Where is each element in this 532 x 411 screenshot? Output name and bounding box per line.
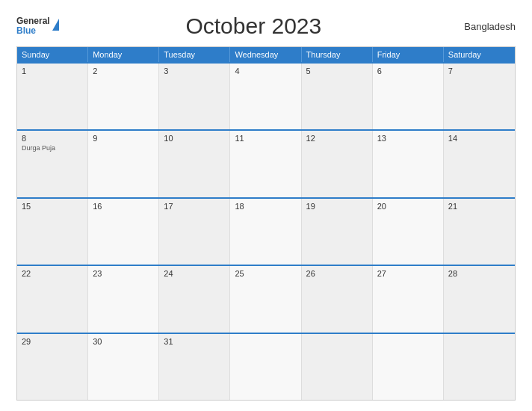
day-cell: 18 <box>230 199 301 265</box>
logo: General Blue <box>16 16 59 36</box>
day-cell: 13 <box>373 131 444 197</box>
day-cell: 16 <box>88 199 159 265</box>
header-wednesday: Wednesday <box>230 47 301 62</box>
day-cell: 21 <box>444 199 515 265</box>
day-cell: 28 <box>444 266 515 332</box>
header-friday: Friday <box>373 47 444 62</box>
calendar-grid: Sunday Monday Tuesday Wednesday Thursday… <box>16 46 516 401</box>
day-cell: 24 <box>159 266 230 332</box>
header-tuesday: Tuesday <box>159 47 230 62</box>
day-cell: 20 <box>373 199 444 265</box>
day-cell: 6 <box>373 64 444 129</box>
day-cell: 27 <box>373 266 444 332</box>
day-cell: 2 <box>88 64 159 129</box>
day-cell: 14 <box>444 131 515 197</box>
day-cell-empty <box>444 334 515 400</box>
day-cell: 26 <box>302 266 373 332</box>
week-row-2: 8 Durga Puja 9 10 11 12 13 14 <box>17 129 515 197</box>
day-cell: 12 <box>302 131 373 197</box>
header-saturday: Saturday <box>444 47 515 62</box>
calendar-page: General Blue October 2023 Bangladesh Sun… <box>0 0 532 411</box>
day-cell: 10 <box>159 131 230 197</box>
day-cell: 8 Durga Puja <box>17 131 88 197</box>
week-row-3: 15 16 17 18 19 20 21 <box>17 197 515 265</box>
day-cell: 23 <box>88 266 159 332</box>
logo-blue: Blue <box>16 26 50 36</box>
day-cell: 11 <box>230 131 301 197</box>
day-cell-empty <box>302 334 373 400</box>
day-cell: 9 <box>88 131 159 197</box>
day-cell: 1 <box>17 64 88 129</box>
day-headers-row: Sunday Monday Tuesday Wednesday Thursday… <box>17 47 515 62</box>
country-label: Bangladesh <box>448 21 516 32</box>
day-cell: 25 <box>230 266 301 332</box>
day-cell: 17 <box>159 199 230 265</box>
day-cell-empty <box>230 334 301 400</box>
week-row-1: 1 2 3 4 5 6 7 <box>17 62 515 129</box>
day-cell: 3 <box>159 64 230 129</box>
calendar-header: General Blue October 2023 Bangladesh <box>16 13 516 39</box>
logo-triangle-icon <box>52 19 59 31</box>
header-thursday: Thursday <box>302 47 373 62</box>
day-cell: 15 <box>17 199 88 265</box>
day-cell: 4 <box>230 64 301 129</box>
day-cell: 30 <box>88 334 159 400</box>
header-sunday: Sunday <box>17 47 88 62</box>
header-monday: Monday <box>88 47 159 62</box>
calendar-weeks: 1 2 3 4 5 6 7 8 Durga Puja 9 10 11 12 13… <box>17 62 515 400</box>
day-cell: 19 <box>302 199 373 265</box>
day-cell: 5 <box>302 64 373 129</box>
week-row-4: 22 23 24 25 26 27 28 <box>17 265 515 332</box>
day-cell: 22 <box>17 266 88 332</box>
day-cell: 31 <box>159 334 230 400</box>
day-cell: 7 <box>444 64 515 129</box>
day-cell-empty <box>373 334 444 400</box>
calendar-title: October 2023 <box>59 13 448 39</box>
logo-text: General Blue <box>16 16 50 36</box>
day-cell: 29 <box>17 334 88 400</box>
week-row-5: 29 30 31 <box>17 333 515 400</box>
